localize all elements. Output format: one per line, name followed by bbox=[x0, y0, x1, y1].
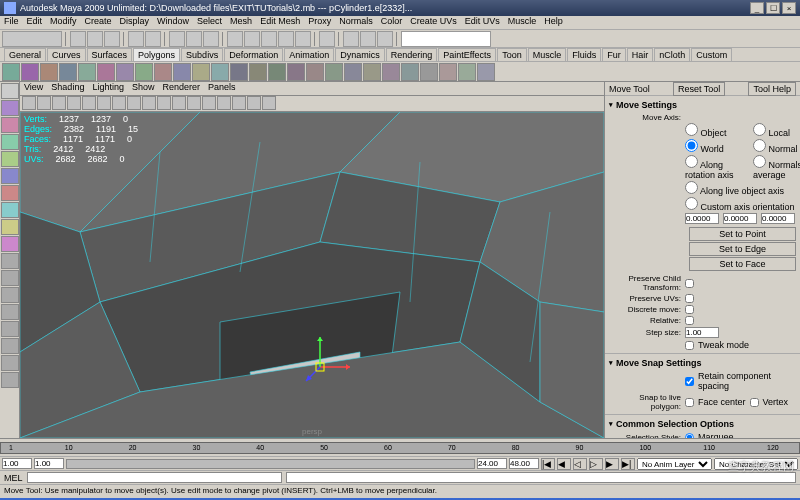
menu-normals[interactable]: Normals bbox=[339, 16, 373, 29]
range-end-input[interactable] bbox=[509, 458, 539, 469]
menu-editmesh[interactable]: Edit Mesh bbox=[260, 16, 300, 29]
step-size-input[interactable] bbox=[685, 327, 719, 338]
shelf-cylinder-icon[interactable] bbox=[40, 63, 58, 81]
shelf-tab-subdivs[interactable]: Subdivs bbox=[181, 48, 223, 61]
axis-custom-radio[interactable]: Custom axis orientation bbox=[685, 197, 800, 212]
vp-shaded-icon[interactable] bbox=[187, 96, 201, 110]
shelf-tab-animation[interactable]: Animation bbox=[284, 48, 334, 61]
axis-world-radio[interactable]: World bbox=[685, 139, 745, 154]
soft-mod-button[interactable] bbox=[1, 202, 19, 218]
layout-persp-outliner-button[interactable] bbox=[1, 287, 19, 303]
layout-persp-graph-button[interactable] bbox=[1, 304, 19, 320]
move-tool-button[interactable] bbox=[1, 134, 19, 150]
shelf-plane-icon[interactable] bbox=[78, 63, 96, 81]
shelf-tab-general[interactable]: General bbox=[4, 48, 46, 61]
vp-wireframe-icon[interactable] bbox=[172, 96, 186, 110]
preserve-uvs-checkbox[interactable] bbox=[685, 294, 694, 303]
vp-grid-icon[interactable] bbox=[112, 96, 126, 110]
menu-help[interactable]: Help bbox=[544, 16, 563, 29]
shelf-sphere-icon[interactable] bbox=[2, 63, 20, 81]
shelf-tab-deformation[interactable]: Deformation bbox=[224, 48, 283, 61]
vp-film-gate-icon[interactable] bbox=[127, 96, 141, 110]
menu-color[interactable]: Color bbox=[381, 16, 403, 29]
select-hierarchy-button[interactable] bbox=[169, 31, 185, 47]
snap-settings-header[interactable]: Move Snap Settings bbox=[609, 356, 796, 370]
shelf-tool2-icon[interactable] bbox=[363, 63, 381, 81]
anim-layer-select[interactable]: No Anim Layer bbox=[637, 458, 712, 470]
layout-custom2-button[interactable] bbox=[1, 355, 19, 371]
menu-set-dropdown[interactable] bbox=[2, 31, 62, 47]
vp-isolate-icon[interactable] bbox=[247, 96, 261, 110]
last-tool-button[interactable] bbox=[1, 236, 19, 252]
minimize-button[interactable]: _ bbox=[750, 2, 764, 14]
shelf-tool4-icon[interactable] bbox=[401, 63, 419, 81]
vp-menu-lighting[interactable]: Lighting bbox=[92, 82, 124, 95]
vp-menu-shading[interactable]: Shading bbox=[51, 82, 84, 95]
shelf-tool8-icon[interactable] bbox=[477, 63, 495, 81]
shelf-pyramid-icon[interactable] bbox=[135, 63, 153, 81]
select-object-button[interactable] bbox=[186, 31, 202, 47]
shelf-tab-toon[interactable]: Toon bbox=[497, 48, 527, 61]
axis-normals-avg-radio[interactable]: Normals average bbox=[753, 155, 800, 180]
shelf-tab-custom[interactable]: Custom bbox=[691, 48, 732, 61]
menu-create[interactable]: Create bbox=[85, 16, 112, 29]
retain-spacing-checkbox[interactable] bbox=[685, 377, 694, 386]
shelf-tool7-icon[interactable] bbox=[458, 63, 476, 81]
shelf-tab-painteffects[interactable]: PaintEffects bbox=[438, 48, 496, 61]
move-settings-header[interactable]: Move Settings bbox=[609, 98, 796, 112]
shelf-prism-icon[interactable] bbox=[116, 63, 134, 81]
paint-select-button[interactable] bbox=[1, 117, 19, 133]
show-manip-button[interactable] bbox=[1, 219, 19, 235]
timeline-track[interactable]: 1 10 20 30 40 50 60 70 80 90 100 110 120 bbox=[0, 442, 800, 454]
shelf-tab-surfaces[interactable]: Surfaces bbox=[87, 48, 133, 61]
reset-tool-button[interactable]: Reset Tool bbox=[673, 82, 725, 96]
go-end-button[interactable]: ▶| bbox=[621, 458, 635, 470]
vp-lights-icon[interactable] bbox=[217, 96, 231, 110]
layout-hypershade-button[interactable] bbox=[1, 321, 19, 337]
open-scene-button[interactable] bbox=[87, 31, 103, 47]
shelf-combine-icon[interactable] bbox=[230, 63, 248, 81]
menu-display[interactable]: Display bbox=[120, 16, 150, 29]
snap-grid-button[interactable] bbox=[227, 31, 243, 47]
vp-menu-panels[interactable]: Panels bbox=[208, 82, 236, 95]
maximize-button[interactable]: ☐ bbox=[766, 2, 780, 14]
discrete-move-checkbox[interactable] bbox=[685, 305, 694, 314]
shelf-mirror-icon[interactable] bbox=[325, 63, 343, 81]
undo-button[interactable] bbox=[128, 31, 144, 47]
go-start-button[interactable]: |◀ bbox=[541, 458, 555, 470]
step-fwd-button[interactable]: ▶ bbox=[605, 458, 619, 470]
shelf-tool6-icon[interactable] bbox=[439, 63, 457, 81]
shelf-sculpt-icon[interactable] bbox=[306, 63, 324, 81]
layout-custom3-button[interactable] bbox=[1, 372, 19, 388]
menu-muscle[interactable]: Muscle bbox=[508, 16, 537, 29]
common-selection-header[interactable]: Common Selection Options bbox=[609, 417, 796, 431]
shelf-cone-icon[interactable] bbox=[59, 63, 77, 81]
shelf-tab-curves[interactable]: Curves bbox=[47, 48, 86, 61]
lasso-tool-button[interactable] bbox=[1, 100, 19, 116]
shelf-torus-icon[interactable] bbox=[97, 63, 115, 81]
close-button[interactable]: × bbox=[782, 2, 796, 14]
new-scene-button[interactable] bbox=[70, 31, 86, 47]
shelf-soccer-icon[interactable] bbox=[192, 63, 210, 81]
vp-2d-pan-icon[interactable] bbox=[82, 96, 96, 110]
set-to-face-button[interactable]: Set to Face bbox=[689, 257, 796, 271]
relative-checkbox[interactable] bbox=[685, 316, 694, 325]
scale-tool-button[interactable] bbox=[1, 168, 19, 184]
shelf-tab-polygons[interactable]: Polygons bbox=[133, 48, 180, 61]
render-settings-button[interactable] bbox=[377, 31, 393, 47]
shelf-tab-dynamics[interactable]: Dynamics bbox=[335, 48, 385, 61]
select-tool-button[interactable] bbox=[1, 83, 19, 99]
snap-curve-button[interactable] bbox=[244, 31, 260, 47]
redo-button[interactable] bbox=[145, 31, 161, 47]
shelf-helix-icon[interactable] bbox=[173, 63, 191, 81]
select-component-button[interactable] bbox=[203, 31, 219, 47]
set-to-edge-button[interactable]: Set to Edge bbox=[689, 242, 796, 256]
shelf-platonic-icon[interactable] bbox=[211, 63, 229, 81]
shelf-tool5-icon[interactable] bbox=[420, 63, 438, 81]
shelf-extrude-icon[interactable] bbox=[268, 63, 286, 81]
input-field[interactable] bbox=[401, 31, 491, 47]
set-to-point-button[interactable]: Set to Point bbox=[689, 227, 796, 241]
step-back-button[interactable]: ◀ bbox=[557, 458, 571, 470]
vp-grease-icon[interactable] bbox=[97, 96, 111, 110]
shelf-extract-icon[interactable] bbox=[249, 63, 267, 81]
